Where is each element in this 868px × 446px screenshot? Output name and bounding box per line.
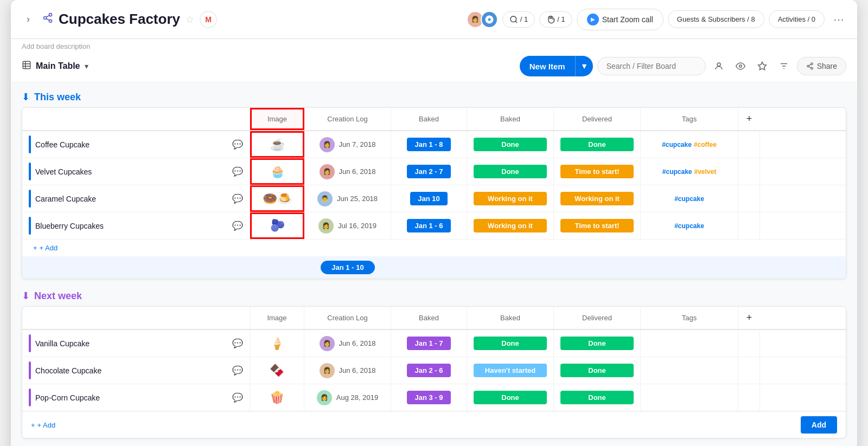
delivered-status-badge: Working on it bbox=[560, 192, 634, 205]
comment-icon[interactable]: 💬 bbox=[232, 221, 243, 231]
delivered-status-badge: Time to start! bbox=[560, 165, 634, 178]
comment-icon[interactable]: 💬 bbox=[232, 166, 243, 177]
image-cell-nw: 🍦 bbox=[250, 330, 304, 357]
eye-count: / 1 bbox=[520, 15, 528, 23]
delivered-status-cell: Done bbox=[554, 357, 641, 384]
cupcake-image: 🧁 bbox=[270, 165, 285, 179]
hand-counter-button[interactable]: / 1 bbox=[539, 11, 572, 28]
more-options-button[interactable]: ⋯ bbox=[829, 9, 848, 30]
share-network-icon bbox=[42, 12, 53, 26]
comment-icon[interactable]: 💬 bbox=[232, 193, 243, 204]
creation-log-cell: 👩 Aug 28, 2019 bbox=[304, 384, 391, 411]
next-week-table-header: Image Creation Log Baked Baked Delivered bbox=[22, 307, 846, 330]
next-week-footer: + + Add Add bbox=[22, 411, 846, 438]
eye-counter-button[interactable]: / 1 bbox=[502, 11, 535, 28]
zoom-label: Start Zoom call bbox=[602, 15, 653, 24]
header-left: › Cupcakes Factory ☆ M bbox=[20, 11, 461, 28]
new-item-dropdown-arrow[interactable]: ▾ bbox=[575, 56, 593, 76]
add-column-button-nw[interactable]: + bbox=[738, 307, 760, 329]
eye-toggle-button[interactable] bbox=[732, 57, 749, 75]
baked-status-cell: Done bbox=[467, 131, 554, 158]
table-row: Blueberry Cupcakes 💬 🫐 👩 Jul 16, 2019 Ja… bbox=[22, 212, 846, 240]
add-item-row-nw[interactable]: + + Add bbox=[31, 421, 55, 429]
zoom-icon: ▶ bbox=[587, 14, 599, 25]
comment-icon[interactable]: 💬 bbox=[232, 392, 243, 403]
baked-range-cell: Jan 1 - 8 bbox=[391, 131, 467, 158]
tag-cupcake: #cupcake bbox=[674, 195, 704, 203]
col-baked2-header-nw: Baked bbox=[467, 307, 554, 329]
this-week-toggle-icon[interactable]: ⬇ bbox=[22, 91, 30, 103]
svg-line-7 bbox=[515, 21, 517, 23]
gmail-icon: M bbox=[200, 11, 217, 28]
item-name-cell: Blueberry Cupcakes 💬 bbox=[22, 212, 250, 239]
col-tags-header-nw: Tags bbox=[641, 307, 738, 329]
baked-range-badge: Jan 2 - 6 bbox=[407, 364, 450, 377]
baked-status-cell: Done bbox=[467, 384, 554, 411]
baked-status-cell: Working on it bbox=[467, 185, 554, 212]
item-name-text: Blueberry Cupcakes bbox=[35, 222, 104, 230]
svg-point-0 bbox=[49, 14, 52, 16]
empty-cell bbox=[738, 357, 760, 384]
summary-add-cell bbox=[738, 256, 760, 279]
view-chevron-icon[interactable]: ▾ bbox=[85, 62, 88, 70]
group-color-bar bbox=[29, 334, 31, 352]
comment-icon[interactable]: 💬 bbox=[232, 139, 243, 150]
tag-cupcake: #cupcake bbox=[662, 168, 692, 176]
next-week-title[interactable]: Next week bbox=[34, 290, 82, 302]
item-name-text: Velvet Cupcakes bbox=[35, 167, 92, 176]
summary-empty-cell bbox=[22, 256, 250, 279]
tags-cell: #cupcake #coffee bbox=[641, 131, 738, 158]
share-button[interactable]: Share bbox=[797, 57, 846, 75]
app-frame: › Cupcakes Factory ☆ M 👩 / 1 / 1 bbox=[11, 0, 857, 446]
guests-button[interactable]: Guests & Subscribers / 8 bbox=[668, 10, 764, 28]
hand-count: / 1 bbox=[557, 15, 565, 23]
delivered-status-cell: Time to start! bbox=[554, 158, 641, 185]
item-name-cell: Caramel Cupcake 💬 bbox=[22, 185, 250, 212]
summary-row: Jan 1 - 10 bbox=[22, 256, 846, 279]
table-row: Coffee Cupcake 💬 ☕ 👩 Jun 7, 2018 Jan 1 -… bbox=[22, 131, 846, 158]
search-input[interactable] bbox=[597, 57, 706, 75]
group-color-bar bbox=[29, 190, 31, 208]
col-delivered-header: Delivered bbox=[554, 108, 641, 130]
add-column-button[interactable]: + bbox=[738, 108, 760, 130]
activities-button[interactable]: Activities / 0 bbox=[769, 10, 825, 28]
zoom-button[interactable]: ▶ Start Zoom call bbox=[577, 9, 663, 30]
col-baked1-header-nw: Baked bbox=[391, 307, 467, 329]
creator-avatar: 👩 bbox=[320, 363, 335, 378]
baked-status-cell: Done bbox=[467, 158, 554, 185]
item-name-text: Vanilla Cupcake bbox=[35, 339, 90, 348]
guests-label: Guests & Subscribers / 8 bbox=[677, 15, 755, 23]
next-week-group: ⬇ Next week Image Creation Log Baked bbox=[22, 290, 846, 438]
baked-status-badge: Done bbox=[474, 138, 547, 151]
pin-button[interactable] bbox=[754, 57, 771, 75]
creator-avatar: 👩 bbox=[318, 218, 334, 234]
person-filter-button[interactable] bbox=[710, 57, 727, 75]
add-item-label-nw: + Add bbox=[37, 421, 56, 429]
delivered-status-cell: Working on it bbox=[554, 185, 641, 212]
col-name-header-nw bbox=[22, 307, 250, 329]
baked-status-cell: Working on it bbox=[467, 212, 554, 239]
svg-point-1 bbox=[44, 17, 47, 20]
creation-log-cell: 👩 Jun 6, 2018 bbox=[304, 158, 391, 185]
table-icon bbox=[22, 60, 31, 72]
baked-range-badge: Jan 2 - 7 bbox=[407, 165, 450, 178]
baked-range-cell: Jan 10 bbox=[391, 185, 467, 212]
cupcake-image: ☕ bbox=[270, 138, 285, 152]
summary-date-badge: Jan 1 - 10 bbox=[321, 261, 374, 274]
comment-icon[interactable]: 💬 bbox=[232, 338, 243, 348]
baked-range-cell: Jan 3 - 9 bbox=[391, 384, 467, 411]
filter-button[interactable] bbox=[775, 57, 793, 75]
star-icon[interactable]: ☆ bbox=[186, 14, 194, 25]
sidebar-toggle-button[interactable]: › bbox=[20, 11, 37, 28]
view-label: Main Table bbox=[36, 61, 80, 71]
baked-range-cell: Jan 2 - 6 bbox=[391, 357, 467, 384]
svg-point-19 bbox=[810, 67, 813, 69]
summary-badge-cell: Jan 1 - 10 bbox=[304, 256, 391, 279]
comment-icon[interactable]: 💬 bbox=[232, 365, 243, 376]
next-week-toggle-icon[interactable]: ⬇ bbox=[22, 290, 30, 302]
image-cell: ☕ bbox=[250, 131, 304, 158]
new-item-button[interactable]: New Item ▾ bbox=[520, 56, 593, 76]
add-button[interactable]: Add bbox=[801, 416, 837, 434]
this-week-title[interactable]: This week bbox=[34, 92, 81, 103]
add-item-row[interactable]: + + Add bbox=[22, 240, 846, 256]
